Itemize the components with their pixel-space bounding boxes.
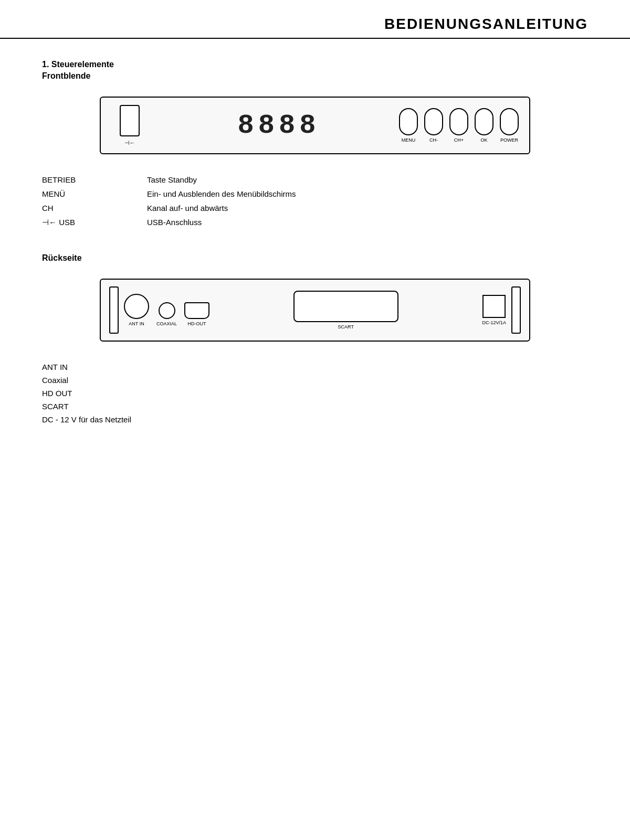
dc-shape <box>482 295 506 318</box>
coaxial-label: COAXIAL <box>156 321 177 326</box>
hdout-connector: HD-OUT <box>184 302 209 326</box>
usb-icon: ⊣← <box>124 140 135 146</box>
front-btn-power <box>500 108 519 135</box>
coaxial-connector: COAXIAL <box>156 302 177 326</box>
section1-number: 1. Steuerelemente <box>42 60 588 69</box>
back-panel-diagram: ANT IN COAXIAL HD-OUT SCART DC-12V/1A <box>100 279 530 342</box>
front-btn-ch-minus-label: CH- <box>429 137 438 143</box>
desc-row-ch: CH Kanal auf- und abwärts <box>42 204 588 212</box>
page-title: BEDIENUNGSANLEITUNG <box>42 16 588 33</box>
front-buttons-area: MENU CH- CH+ OK POWER <box>399 108 519 143</box>
back-info-dc: DC - 12 V für das Netzteil <box>42 415 588 424</box>
section1-subtitle: Frontblende <box>42 71 588 81</box>
seven-segment-display: 8888 <box>238 110 320 141</box>
back-info-hdout: HD OUT <box>42 389 588 398</box>
desc-key-betrieb: BETRIEB <box>42 175 147 184</box>
usb-slot-shape <box>120 105 140 136</box>
ant-in-label: ANT IN <box>129 321 144 326</box>
dc-label: DC-12V/1A <box>482 320 506 325</box>
front-btn-ok <box>475 108 494 135</box>
front-btn-menu <box>399 108 418 135</box>
scart-label: SCART <box>338 324 354 329</box>
main-content: 1. Steuerelemente Frontblende ⊣← 8888 ME… <box>0 39 630 455</box>
desc-val-betrieb: Taste Standby <box>147 175 197 184</box>
back-info-coaxial: Coaxial <box>42 376 588 385</box>
desc-val-ch: Kanal auf- und abwärts <box>147 204 228 212</box>
desc-row-usb: ⊣← USB USB-Anschluss <box>42 218 588 227</box>
back-connectors-row: ANT IN COAXIAL HD-OUT <box>119 294 215 326</box>
desc-val-usb: USB-Anschluss <box>147 218 202 227</box>
desc-key-ch: CH <box>42 204 147 212</box>
dc-connector: DC-12V/1A <box>477 295 511 325</box>
front-btn-ch-minus <box>424 108 443 135</box>
scart-shape <box>293 291 398 322</box>
back-info-list: ANT IN Coaxial HD OUT SCART DC - 12 V fü… <box>42 363 588 424</box>
display-area: 8888 <box>169 110 388 141</box>
scart-connector: SCART <box>215 291 477 329</box>
desc-row-menu: MENÜ Ein- und Ausblenden des Menübildsch… <box>42 189 588 198</box>
front-descriptions: BETRIEB Taste Standby MENÜ Ein- und Ausb… <box>42 175 588 227</box>
hdout-label: HD-OUT <box>188 321 206 326</box>
front-btn-menu-label: MENU <box>402 137 416 143</box>
desc-val-menu: Ein- und Ausblenden des Menübildschirms <box>147 189 296 198</box>
front-btn-ch-plus <box>449 108 468 135</box>
back-info-ant-in: ANT IN <box>42 363 588 371</box>
btn-group-ok: OK <box>475 108 494 143</box>
btn-group-ch-minus: CH- <box>424 108 443 143</box>
coaxial-shape <box>159 302 175 319</box>
btn-group-ch-plus: CH+ <box>449 108 468 143</box>
back-panel-left-bar <box>109 286 119 334</box>
desc-row-betrieb: BETRIEB Taste Standby <box>42 175 588 184</box>
section2-subtitle: Rückseite <box>42 253 588 263</box>
hdout-shape <box>184 302 209 319</box>
page-header: BEDIENUNGSANLEITUNG <box>0 0 630 39</box>
btn-group-menu: MENU <box>399 108 418 143</box>
front-btn-ok-label: OK <box>480 137 487 143</box>
front-panel-diagram: ⊣← 8888 MENU CH- CH+ OK <box>100 97 530 154</box>
usb-area: ⊣← <box>111 105 148 146</box>
back-panel-right-bar <box>511 286 521 334</box>
desc-key-menu: MENÜ <box>42 189 147 198</box>
front-btn-ch-plus-label: CH+ <box>454 137 464 143</box>
ant-in-shape <box>124 294 149 319</box>
ant-in-connector: ANT IN <box>124 294 149 326</box>
front-btn-power-label: POWER <box>500 137 518 143</box>
btn-group-power: POWER <box>500 108 519 143</box>
back-info-scart: SCART <box>42 402 588 411</box>
desc-key-usb: ⊣← USB <box>42 218 147 227</box>
